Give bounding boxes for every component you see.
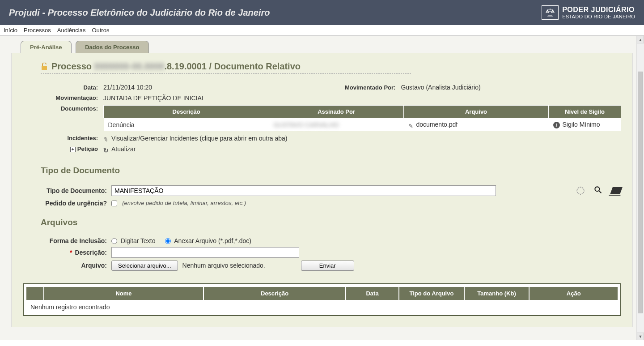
pjerj-logo (542, 5, 559, 20)
btn-enviar[interactable]: Enviar (301, 261, 354, 271)
process-title-prefix: Processo (51, 61, 94, 71)
label-peticao[interactable]: +Petição (23, 145, 99, 152)
th-tamanho: Tamanho (Kb) (464, 286, 530, 300)
cell-assinado-redacted: GUSTAVO CARVALHO (274, 121, 339, 128)
menu-processos[interactable]: Processos (24, 27, 51, 34)
cell-sigilo: iSigilo Mínimo (549, 118, 621, 132)
urgencia-note: (envolve pedido de tutela, liminar, arre… (122, 200, 246, 206)
org-line2: ESTADO DO RIO DE JANEIRO (562, 14, 635, 19)
required-star: * (70, 249, 72, 256)
label-data: Data: (23, 84, 99, 91)
descricao-label-text: Descrição: (75, 249, 107, 256)
cell-arquivo[interactable]: documento.pdf (404, 118, 549, 132)
scroll-up-arrow[interactable]: ▲ (637, 36, 644, 43)
empty-message: Nenhum registro encontrado (26, 300, 618, 313)
label-descricao: * Descrição: (23, 249, 111, 256)
th-data: Data (346, 286, 399, 300)
th-sigilo: Nível de Sigilo (549, 106, 621, 118)
link-atualizar[interactable]: Atualizar (103, 145, 136, 153)
file-selection-note: Nenhum arquivo selecionado. (182, 262, 265, 269)
value-data: 21/11/2014 10:20 (103, 84, 152, 91)
link-incidentes[interactable]: Visualizar/Gerenciar Incidentes (clique … (103, 135, 288, 142)
checkbox-urgencia[interactable] (111, 201, 117, 206)
wand-icon (103, 136, 110, 142)
eraser-icon[interactable] (610, 187, 623, 194)
loading-icon (576, 187, 585, 195)
app-header: Projudi - Processo Eletrônico do Judiciá… (0, 0, 644, 25)
label-arquivo: Arquivo: (23, 262, 111, 269)
table-row: Denúncia GUSTAVO CARVALHO documento.pdf … (104, 118, 621, 132)
label-tipo-documento: Tipo de Documento: (23, 187, 111, 194)
info-icon: i (553, 122, 560, 128)
svg-rect-0 (42, 66, 47, 70)
process-title: Processo 0000000-00.0000.8.19.0001 / Doc… (51, 61, 301, 72)
peticao-label-text: Petição (77, 145, 98, 152)
svg-line-2 (599, 191, 602, 193)
process-title-row: Processo 0000000-00.0000.8.19.0001 / Doc… (41, 61, 411, 74)
svg-point-1 (595, 187, 599, 191)
cell-assinado: GUSTAVO CARVALHO (269, 118, 404, 132)
label-movimentado-por: Movimentado Por: (345, 84, 396, 91)
value-movimentacao: JUNTADA DE PETIÇÃO DE INICIAL (103, 94, 205, 102)
th-tipo: Tipo do Arquivo (399, 286, 464, 300)
th-nome: Nome (44, 286, 203, 300)
label-documentos: Documentos: (23, 105, 99, 112)
label-forma-inclusao: Forma de Inclusão: (23, 237, 111, 244)
radio-anexar-label: Anexar Arquivo (*.pdf,*.doc) (174, 237, 251, 244)
expand-icon[interactable]: + (70, 147, 76, 152)
process-title-suffix: .8.19.0001 / Documento Relativo (164, 61, 301, 71)
documentos-table: Descrição Assinado Por Arquivo Nível de … (103, 105, 621, 131)
arquivo-link[interactable]: documento.pdf (416, 121, 458, 128)
refresh-icon (103, 147, 110, 153)
th-assinado: Assinado Por (269, 106, 404, 118)
btn-selecionar-arquivo[interactable]: Selecionar arquivo... (111, 261, 178, 271)
radio-digitar-label: Digitar Texto (121, 237, 156, 244)
menu-inicio[interactable]: Início (4, 27, 17, 34)
tab-dados-processo[interactable]: Dados do Processo (76, 41, 148, 53)
cell-descricao: Denúncia (104, 118, 269, 132)
label-urgencia: Pedido de urgência? (23, 200, 111, 207)
lock-icon (41, 63, 48, 71)
scroll-down-arrow[interactable]: ▼ (637, 333, 644, 340)
input-tipo-documento[interactable] (111, 185, 496, 196)
section-tipo-documento: Tipo de Documento (41, 166, 451, 177)
radio-anexar-arquivo[interactable]: Anexar Arquivo (*.pdf,*.doc) (165, 237, 251, 244)
label-movimentacao: Movimentação: (23, 94, 99, 101)
org-line1: PODER JUDICIÁRIO (562, 6, 635, 14)
files-table: Nome Descrição Data Tipo do Arquivo Tama… (25, 286, 619, 313)
sigilo-text: Sigilo Mínimo (563, 121, 600, 128)
app-title: Projudi - Processo Eletrônico do Judiciá… (9, 8, 270, 18)
menu-audiencias[interactable]: Audiências (57, 27, 86, 34)
header-org: PODER JUDICIÁRIO ESTADO DO RIO DE JANEIR… (542, 5, 635, 20)
menu-outros[interactable]: Outros (92, 27, 109, 34)
section-arquivos: Arquivos (41, 218, 451, 229)
th-desc: Descrição (203, 286, 346, 300)
radio-digitar-texto[interactable]: Digitar Texto (111, 237, 155, 244)
search-icon[interactable] (593, 185, 602, 196)
main-panel: Processo 0000000-00.0000.8.19.0001 / Doc… (12, 53, 632, 327)
label-incidentes: Incidentes: (23, 135, 99, 141)
value-movimentado-por: Gustavo (Analista Judiciário) (401, 84, 480, 91)
scroll-thumb[interactable] (638, 72, 643, 313)
process-number-redacted: 0000000-00.0000 (94, 61, 165, 71)
scrollbar[interactable]: ▲ ▼ (636, 36, 644, 340)
th-select (26, 286, 44, 300)
tab-pre-analise[interactable]: Pré-Análise (21, 41, 72, 53)
incidentes-text[interactable]: Visualizar/Gerenciar Incidentes (clique … (111, 135, 288, 142)
th-acao: Ação (529, 286, 618, 300)
atualizar-text[interactable]: Atualizar (111, 145, 136, 153)
th-descricao: Descrição (104, 106, 269, 118)
input-descricao[interactable] (111, 247, 299, 258)
pencil-icon (408, 122, 415, 128)
table-row-empty: Nenhum registro encontrado (26, 300, 618, 313)
menubar: Início Processos Audiências Outros (0, 25, 644, 36)
th-arquivo: Arquivo (404, 106, 549, 118)
tabs: Pré-Análise Dados do Processo (8, 36, 636, 53)
files-table-container: Nome Descrição Data Tipo do Arquivo Tama… (23, 283, 621, 316)
